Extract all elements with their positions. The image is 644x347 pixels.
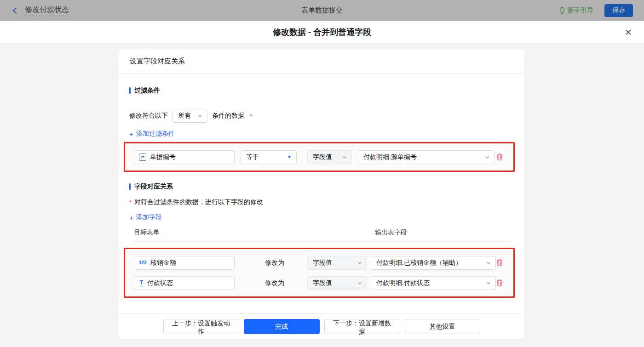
target-field-input[interactable]: 123 核销金额 [134, 256, 235, 270]
mapping-column-headers: 目标表单 输出表字段 [129, 228, 514, 237]
operator-select[interactable]: 等于 ▼ [241, 150, 297, 164]
chevron-down-icon [197, 113, 203, 119]
plus-icon: + [129, 214, 133, 222]
plus-icon: + [129, 130, 133, 138]
modal-body: 设置字段对应关系 过滤条件 修改符合以下 所有 条件的数据 * + [0, 44, 644, 347]
filter-condition-row: ⇄ 单据编号 等于 ▼ 字段值 付款明细 [134, 150, 505, 164]
text-field-icon: T [139, 279, 144, 286]
panel-footer: 上一步：设置触发动作 完成 下一步：设置新增数据 其他设置 [119, 313, 524, 339]
value-type-value: 字段值 [308, 153, 342, 161]
panel-header: 设置字段对应关系 [119, 50, 524, 74]
chevron-down-icon [357, 280, 362, 286]
required-mark: * [129, 199, 132, 206]
filter-value: 付款明细.源单编号 [358, 153, 484, 161]
filter-section-header: 过滤条件 [129, 86, 514, 95]
column-target-form: 目标表单 [134, 228, 160, 237]
match-mode-select[interactable]: 所有 [172, 109, 207, 123]
field-mapping-highlight-box: 123 核销金额 修改为 字段值 付款明细.已核销金额（辅助） [124, 248, 515, 298]
beginner-guide-label: 新手引导 [568, 6, 593, 15]
value-type-select[interactable]: 字段值 [307, 276, 367, 290]
target-field-input[interactable]: T 付款状态 [134, 276, 235, 290]
modify-to-label: 修改为 [265, 259, 288, 267]
filter-field-input[interactable]: ⇄ 单据编号 [134, 150, 235, 164]
save-button[interactable]: 保存 [604, 4, 633, 17]
serial-number-field-icon: ⇄ [139, 154, 146, 161]
output-field-select[interactable]: 付款明细.已核销金额（辅助） [371, 256, 496, 270]
mapping-section-title: 字段对应关系 [134, 182, 173, 191]
target-field-value: 付款状态 [147, 279, 173, 287]
prev-step-button[interactable]: 上一步：设置触发动作 [163, 319, 239, 334]
delete-mapping-trash-icon[interactable] [496, 259, 503, 267]
target-field-value: 核销金额 [150, 259, 176, 267]
column-divider [129, 241, 514, 242]
section-bar [129, 87, 131, 94]
section-bar [129, 183, 131, 190]
add-field-label: 添加字段 [136, 213, 162, 222]
flow-title[interactable]: 修改付款状态 [25, 5, 69, 16]
output-field-value: 付款明细.已核销金额（辅助） [371, 259, 486, 267]
chevron-down-icon [357, 260, 362, 266]
modal-title: 修改数据 - 合并到普通字段 [273, 27, 371, 38]
filter-field-value: 单据编号 [150, 153, 176, 161]
chevron-left-icon [11, 6, 19, 15]
modal-header: 修改数据 - 合并到普通字段 ✕ [0, 21, 644, 44]
caret-down-icon: ▼ [287, 154, 292, 159]
mapping-section-header: 字段对应关系 [129, 182, 514, 191]
column-output-field: 输出表字段 [375, 228, 407, 237]
sentence-prefix: 修改符合以下 [129, 112, 168, 120]
operator-value: 等于 [241, 153, 287, 161]
chevron-down-icon [484, 154, 490, 160]
condition-sentence: 修改符合以下 所有 条件的数据 * [129, 109, 514, 123]
add-field-link[interactable]: + 添加字段 [129, 213, 162, 222]
page-title: 表单数据提交 [0, 6, 644, 15]
next-step-button[interactable]: 下一步：设置新增数据 [324, 319, 400, 334]
settings-panel: 设置字段对应关系 过滤条件 修改符合以下 所有 条件的数据 * + [119, 50, 524, 339]
required-mark: * [250, 113, 252, 119]
chevron-down-icon [486, 260, 491, 266]
output-field-select[interactable]: 付款明细.付款状态 [371, 276, 496, 290]
value-type-select[interactable]: 字段值 [307, 150, 352, 164]
delete-condition-trash-icon[interactable] [496, 153, 503, 161]
value-type-value: 字段值 [308, 259, 357, 267]
mapping-description: * 对符合过滤条件的数据，进行以下字段的修改 [129, 198, 514, 206]
close-icon[interactable]: ✕ [625, 28, 632, 36]
value-type-value: 字段值 [308, 279, 357, 287]
back-button[interactable] [11, 6, 19, 15]
match-mode-value: 所有 [173, 112, 197, 120]
chevron-down-icon [342, 154, 347, 160]
done-button[interactable]: 完成 [244, 319, 320, 334]
other-settings-button[interactable]: 其他设置 [405, 319, 480, 334]
output-field-value: 付款明细.付款状态 [371, 279, 486, 287]
filter-value-select[interactable]: 付款明细.源单编号 [358, 150, 494, 164]
beginner-guide-button[interactable]: 新手引导 [559, 6, 593, 15]
delete-mapping-trash-icon[interactable] [496, 279, 503, 287]
number-field-icon: 123 [139, 260, 147, 265]
modify-to-label: 修改为 [265, 279, 288, 287]
sentence-suffix: 条件的数据 [212, 112, 244, 120]
chevron-down-icon [486, 280, 491, 286]
filter-condition-highlight-box: ⇄ 单据编号 等于 ▼ 字段值 付款明细 [124, 142, 515, 172]
add-filter-condition-label: 添加过滤条件 [136, 130, 175, 138]
mapping-description-text: 对符合过滤条件的数据，进行以下字段的修改 [134, 198, 263, 206]
panel-content: 过滤条件 修改符合以下 所有 条件的数据 * + 添加过滤条件 [119, 74, 524, 313]
mapping-row: T 付款状态 修改为 字段值 付款明细.付款状态 [134, 276, 505, 290]
lightbulb-icon [559, 7, 565, 14]
topbar: 修改付款状态 表单数据提交 新手引导 保存 [0, 0, 644, 21]
mapping-row: 123 核销金额 修改为 字段值 付款明细.已核销金额（辅助） [134, 256, 505, 270]
add-filter-condition-link[interactable]: + 添加过滤条件 [129, 130, 175, 138]
value-type-select[interactable]: 字段值 [307, 256, 367, 270]
filter-section-title: 过滤条件 [134, 86, 160, 95]
